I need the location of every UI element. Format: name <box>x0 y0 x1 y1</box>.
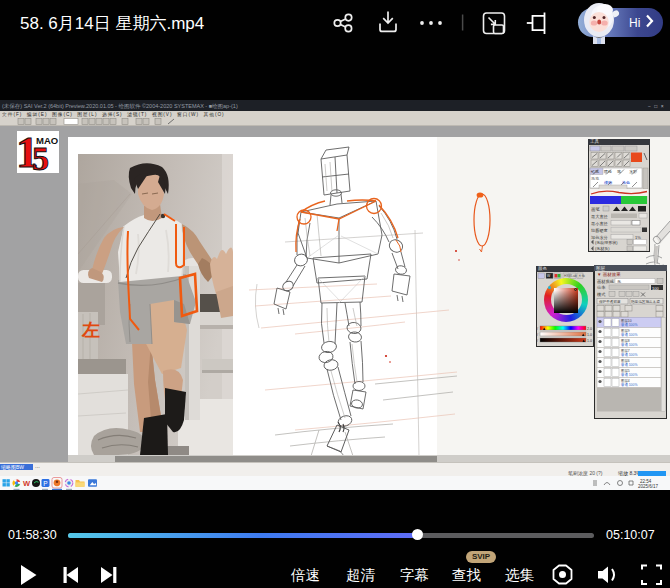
svg-text:1.0: 1.0 <box>587 339 592 343</box>
svg-text:画材质感: 画材质感 <box>597 279 615 285</box>
svg-text:选集: 选集 <box>505 567 535 583</box>
svg-text:普通 100%: 普通 100% <box>621 342 637 347</box>
svg-text:普通 100%: 普通 100% <box>621 322 637 327</box>
svg-text:W: W <box>23 479 31 488</box>
svg-text:5: 5 <box>32 140 49 173</box>
svg-text:马克: 马克 <box>591 176 600 181</box>
svg-text:Hi: Hi <box>629 16 640 30</box>
svg-text:其他: 其他 <box>578 274 585 278</box>
svg-text:22:54: 22:54 <box>640 479 652 484</box>
svg-text:倍速: 倍速 <box>290 567 320 583</box>
svg-text:/: / <box>537 333 538 337</box>
svg-text:2025/6/17: 2025/6/17 <box>638 484 659 489</box>
svg-text:指定选区抽出来源: 指定选区抽出来源 <box>631 299 660 304</box>
svg-text:字幕: 字幕 <box>400 567 429 583</box>
svg-text:轮廓硬度: 轮廓硬度 <box>591 228 608 233</box>
svg-text:2.0: 2.0 <box>587 327 592 331</box>
svg-text:普通 100%: 普通 100% <box>621 332 637 337</box>
svg-text:最小直径: 最小直径 <box>591 221 608 226</box>
svg-text:/: / <box>537 339 538 343</box>
svg-text:(无纹理形状): (无纹理形状) <box>595 240 618 245</box>
svg-text:▼ 画材效果: ▼ 画材效果 <box>597 272 621 278</box>
svg-text:普通 100%: 普通 100% <box>621 362 637 367</box>
svg-text:左: 左 <box>81 320 100 340</box>
svg-text:100: 100 <box>652 286 659 291</box>
svg-text:1.0: 1.0 <box>587 333 592 337</box>
svg-text:1%: 1% <box>635 235 641 240</box>
svg-text:最大直径: 最大直径 <box>591 214 608 219</box>
svg-text:普通 100%: 普通 100% <box>621 382 637 387</box>
svg-text:(无材质): (无材质) <box>595 246 610 251</box>
svg-text:模式: 模式 <box>596 292 606 297</box>
svg-text:P: P <box>43 480 47 487</box>
svg-text:Lab: Lab <box>571 274 577 278</box>
svg-text:查找: 查找 <box>452 567 482 583</box>
svg-text:普通 100%: 普通 100% <box>621 352 637 357</box>
svg-text:普通 100%: 普通 100% <box>621 372 637 377</box>
svg-text:倍率: 倍率 <box>597 285 606 290</box>
svg-text:/: / <box>537 327 538 331</box>
svg-text:超清: 超清 <box>346 567 376 583</box>
svg-text:保护不透明度: 保护不透明度 <box>599 299 621 304</box>
svg-text:画笔: 画笔 <box>591 207 601 212</box>
svg-text:无: 无 <box>617 279 621 284</box>
